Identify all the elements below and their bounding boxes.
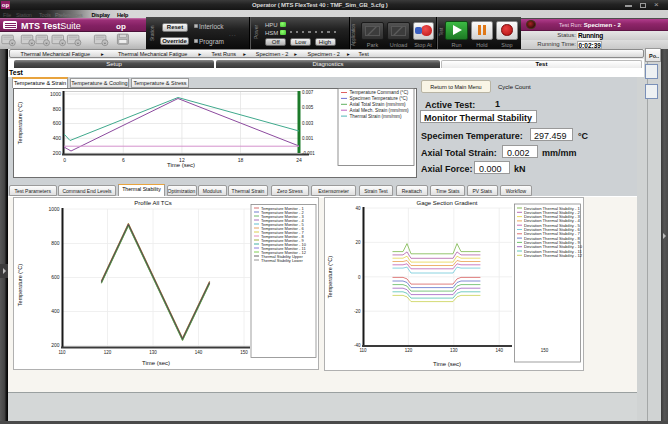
svg-text:Time (sec): Time (sec) (142, 360, 170, 366)
svg-text:600: 600 (53, 120, 62, 126)
svg-text:0.007: 0.007 (302, 90, 314, 95)
svg-text:18: 18 (238, 157, 244, 163)
svg-text:140: 140 (195, 350, 203, 355)
svg-text:200: 200 (53, 150, 62, 156)
svg-text:150: 150 (541, 348, 549, 353)
svg-text:800: 800 (51, 240, 60, 246)
svg-text:120: 120 (405, 348, 413, 353)
svg-text:-20: -20 (354, 309, 361, 314)
svg-text:6: 6 (122, 157, 125, 163)
svg-text:20: 20 (355, 240, 361, 245)
svg-text:Temperature (°C): Temperature (°C) (327, 256, 333, 298)
svg-text:140: 140 (495, 348, 503, 353)
svg-text:130: 130 (149, 350, 157, 355)
svg-text:0: 0 (63, 157, 66, 163)
svg-text:24: 24 (296, 157, 302, 163)
svg-text:0.003: 0.003 (302, 121, 314, 126)
svg-text:1000: 1000 (50, 91, 61, 97)
svg-text:600: 600 (51, 274, 60, 280)
svg-text:Axial Mech. Strain (mm/mm): Axial Mech. Strain (mm/mm) (350, 108, 410, 113)
svg-text:150: 150 (240, 350, 248, 355)
svg-text:0.001: 0.001 (302, 136, 314, 141)
svg-text:800: 800 (53, 106, 62, 112)
svg-text:40: 40 (355, 206, 361, 211)
svg-text:400: 400 (53, 135, 62, 141)
svg-text:Time (sec): Time (sec) (167, 162, 195, 168)
svg-text:Deviation Thermal Stability -: Deviation Thermal Stability - 12 (524, 253, 583, 258)
svg-text:Temperature Command (°C): Temperature Command (°C) (350, 90, 409, 95)
svg-text:400: 400 (51, 308, 60, 314)
svg-text:Axial Total Strain (mm/mm): Axial Total Strain (mm/mm) (350, 102, 407, 107)
svg-text:-0.001: -0.001 (302, 151, 315, 156)
svg-text:1000: 1000 (48, 206, 59, 212)
svg-text:0.005: 0.005 (302, 105, 314, 110)
svg-text:0: 0 (358, 275, 361, 280)
svg-text:Time (sec): Time (sec) (433, 361, 461, 367)
svg-text:Thermal Strain (mm/mm): Thermal Strain (mm/mm) (350, 114, 403, 119)
svg-text:Temperature (°C): Temperature (°C) (17, 264, 23, 306)
svg-text:Profile All TCs: Profile All TCs (134, 200, 172, 206)
svg-text:130: 130 (450, 348, 458, 353)
svg-text:110: 110 (58, 350, 66, 355)
svg-text:Gage Section Gradient: Gage Section Gradient (416, 200, 477, 206)
svg-text:120: 120 (104, 350, 112, 355)
svg-text:110: 110 (359, 348, 367, 353)
svg-text:200: 200 (51, 342, 60, 348)
svg-text:Specimen Temperature (°C): Specimen Temperature (°C) (350, 96, 408, 101)
svg-text:Thermal Stability Lower: Thermal Stability Lower (261, 258, 303, 263)
svg-text:Temperature (°C): Temperature (°C) (17, 102, 23, 144)
